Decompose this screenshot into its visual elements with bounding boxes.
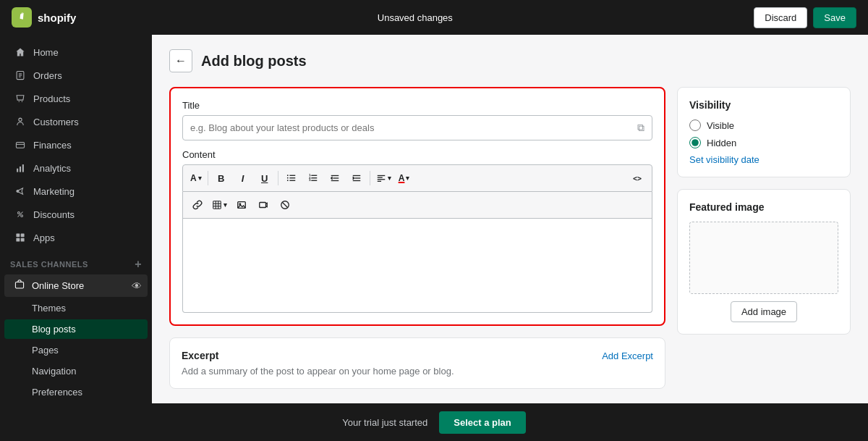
- svg-rect-7: [16, 143, 24, 148]
- apps-icon: [14, 232, 26, 243]
- svg-rect-10: [20, 167, 21, 172]
- bold-button[interactable]: B: [211, 168, 231, 188]
- add-excerpt-link[interactable]: Add Excerpt: [602, 350, 653, 361]
- source-button[interactable]: <>: [627, 168, 647, 188]
- editor-toolbar-row2: ▾: [182, 192, 652, 219]
- editor-toolbar-row1: A ▾ B I U 1.2.3.: [182, 164, 652, 192]
- orders-icon: [14, 70, 26, 81]
- sub-item-label: Themes: [32, 303, 66, 314]
- sidebar-item-label: Discounts: [33, 209, 75, 220]
- sub-item-label: Blog posts: [32, 324, 76, 335]
- customers-icon: [14, 116, 26, 127]
- svg-point-26: [287, 177, 289, 179]
- add-sales-channel-button[interactable]: +: [135, 258, 142, 271]
- set-visibility-date-link[interactable]: Set visibility date: [689, 154, 838, 165]
- sub-item-label: Preferences: [32, 387, 82, 398]
- svg-point-5: [22, 101, 22, 102]
- sidebar-sub-item-navigation[interactable]: Navigation: [4, 361, 148, 381]
- visibility-title: Visibility: [689, 99, 838, 111]
- sidebar-item-analytics[interactable]: Analytics: [4, 157, 148, 179]
- svg-rect-44: [213, 201, 221, 209]
- italic-button[interactable]: I: [233, 168, 253, 188]
- title-input-wrapper[interactable]: ⧉: [182, 115, 652, 140]
- input-icon: ⧉: [637, 122, 644, 134]
- trial-text: Your trial just started: [342, 417, 427, 428]
- video-button[interactable]: [253, 195, 273, 215]
- image-button[interactable]: [231, 195, 252, 215]
- svg-rect-19: [21, 238, 25, 242]
- home-icon: [14, 46, 26, 58]
- table-dropdown-button[interactable]: ▾: [209, 197, 230, 213]
- sidebar: Home Orders Products Customers Finances: [0, 35, 152, 403]
- svg-rect-29: [311, 177, 317, 178]
- excerpt-header: Excerpt Add Excerpt: [182, 350, 653, 361]
- online-store-icon: [14, 280, 25, 292]
- save-button[interactable]: Save: [813, 7, 856, 28]
- hidden-radio[interactable]: [689, 137, 701, 148]
- ordered-list-button[interactable]: 1.2.3.: [303, 168, 323, 188]
- sidebar-item-products[interactable]: Products: [4, 88, 148, 109]
- text-color-dropdown-button[interactable]: A ▾: [396, 170, 413, 186]
- content-label: Content: [182, 149, 652, 160]
- svg-point-12: [17, 190, 19, 193]
- svg-rect-23: [289, 177, 295, 178]
- svg-line-53: [283, 203, 288, 208]
- indent-decrease-button[interactable]: [325, 168, 345, 188]
- svg-rect-9: [17, 169, 18, 172]
- title-input[interactable]: [190, 122, 637, 133]
- link-button[interactable]: [187, 195, 208, 215]
- underline-button[interactable]: U: [255, 168, 275, 188]
- sidebar-sub-item-pages[interactable]: Pages: [4, 340, 148, 360]
- sidebar-item-orders[interactable]: Orders: [4, 64, 148, 86]
- sidebar-item-label: Customers: [33, 117, 79, 127]
- topbar: shopify Unsaved changes Discard Save: [0, 0, 868, 35]
- clear-format-button[interactable]: [275, 195, 295, 215]
- svg-line-15: [18, 212, 23, 217]
- unordered-list-button[interactable]: [281, 168, 302, 188]
- excerpt-description: Add a summary of the post to appear on y…: [182, 366, 653, 377]
- visible-radio[interactable]: [689, 119, 701, 131]
- sidebar-item-marketing[interactable]: Marketing: [4, 180, 148, 202]
- analytics-icon: [14, 162, 26, 174]
- image-placeholder: [689, 222, 838, 294]
- add-image-button[interactable]: Add image: [731, 301, 797, 322]
- main-content: ← Add blog posts Title ⧉ Content: [152, 35, 868, 403]
- topbar-left: shopify: [12, 7, 76, 28]
- sidebar-sub-item-blog-posts[interactable]: Blog posts: [4, 319, 148, 339]
- sidebar-sub-item-preferences[interactable]: Preferences: [4, 382, 148, 402]
- sidebar-item-online-store[interactable]: Online Store 👁: [4, 274, 148, 297]
- svg-rect-11: [22, 164, 24, 172]
- discard-button[interactable]: Discard: [754, 7, 807, 28]
- svg-rect-20: [15, 282, 23, 288]
- app-layout: Home Orders Products Customers Finances: [0, 35, 868, 403]
- svg-point-14: [21, 215, 23, 217]
- unsaved-changes-label: Unsaved changes: [378, 12, 453, 23]
- finances-icon: [14, 139, 26, 151]
- sales-channels-header: Sales channels +: [0, 249, 152, 274]
- svg-rect-30: [311, 180, 317, 181]
- sidebar-item-home[interactable]: Home: [4, 41, 148, 63]
- topbar-actions: Discard Save: [754, 7, 856, 28]
- title-label: Title: [182, 100, 652, 111]
- align-dropdown-button[interactable]: ▾: [373, 170, 394, 186]
- back-button[interactable]: ←: [169, 49, 192, 72]
- sidebar-item-finances[interactable]: Finances: [4, 134, 148, 156]
- sidebar-item-apps[interactable]: Apps: [4, 227, 148, 248]
- toolbar-separator: [278, 171, 278, 185]
- sidebar-item-customers[interactable]: Customers: [4, 111, 148, 133]
- editor-body[interactable]: [182, 219, 652, 313]
- eye-icon: 👁: [132, 280, 142, 292]
- sidebar-item-discounts[interactable]: Discounts: [4, 203, 148, 225]
- chevron-down-icon: ▾: [406, 175, 409, 182]
- discounts-icon: [14, 209, 26, 220]
- sidebar-item-label: Marketing: [33, 186, 75, 197]
- sidebar-item-label: Products: [33, 93, 70, 104]
- svg-rect-18: [16, 238, 20, 242]
- svg-text:3.: 3.: [309, 178, 312, 182]
- sidebar-sub-item-themes[interactable]: Themes: [4, 298, 148, 318]
- svg-rect-22: [289, 175, 295, 176]
- indent-increase-button[interactable]: [346, 168, 367, 188]
- font-dropdown-button[interactable]: A ▾: [187, 170, 205, 186]
- sub-item-label: Pages: [32, 345, 59, 356]
- select-plan-button[interactable]: Select a plan: [439, 411, 525, 434]
